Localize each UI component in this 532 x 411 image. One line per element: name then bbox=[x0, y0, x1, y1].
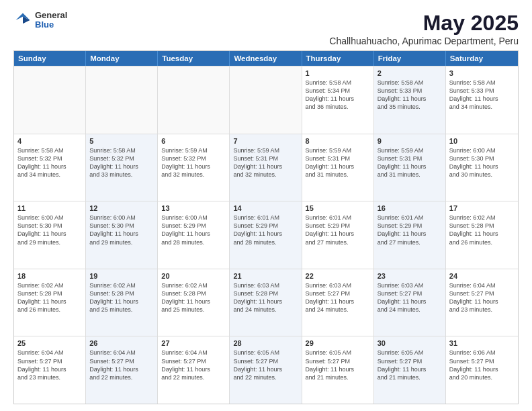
calendar-row-3: 18Sunrise: 6:02 AM Sunset: 5:28 PM Dayli… bbox=[14, 269, 518, 336]
day-number: 6 bbox=[161, 137, 226, 145]
calendar-row-0: 1Sunrise: 5:58 AM Sunset: 5:34 PM Daylig… bbox=[14, 66, 518, 134]
table-row: 10Sunrise: 6:00 AM Sunset: 5:30 PM Dayli… bbox=[446, 134, 518, 201]
header-day-friday: Friday bbox=[374, 51, 446, 66]
day-number: 25 bbox=[17, 339, 82, 347]
table-row: 7Sunrise: 5:59 AM Sunset: 5:31 PM Daylig… bbox=[230, 134, 302, 201]
table-row: 28Sunrise: 6:05 AM Sunset: 5:27 PM Dayli… bbox=[230, 336, 302, 404]
header-day-tuesday: Tuesday bbox=[158, 51, 230, 66]
table-row: 22Sunrise: 6:03 AM Sunset: 5:27 PM Dayli… bbox=[302, 269, 374, 336]
calendar: SundayMondayTuesdayWednesdayThursdayFrid… bbox=[13, 50, 519, 404]
table-row bbox=[14, 66, 86, 134]
calendar-row-4: 25Sunrise: 6:04 AM Sunset: 5:27 PM Dayli… bbox=[14, 336, 518, 404]
day-info: Sunrise: 6:00 AM Sunset: 5:29 PM Dayligh… bbox=[161, 214, 226, 246]
table-row: 31Sunrise: 6:06 AM Sunset: 5:27 PM Dayli… bbox=[446, 336, 518, 404]
day-number: 10 bbox=[449, 137, 515, 145]
day-number: 31 bbox=[449, 339, 515, 347]
table-row: 20Sunrise: 6:02 AM Sunset: 5:28 PM Dayli… bbox=[158, 269, 230, 336]
table-row: 30Sunrise: 6:05 AM Sunset: 5:27 PM Dayli… bbox=[374, 336, 446, 404]
day-number: 21 bbox=[233, 272, 298, 280]
day-number: 11 bbox=[17, 204, 82, 212]
page: General Blue May 2025 Challhuahuacho, Ap… bbox=[0, 0, 532, 411]
logo-blue-text: Blue bbox=[35, 20, 67, 30]
table-row: 15Sunrise: 6:01 AM Sunset: 5:29 PM Dayli… bbox=[302, 201, 374, 269]
day-number: 24 bbox=[449, 272, 515, 280]
header-day-sunday: Sunday bbox=[14, 51, 86, 66]
day-info: Sunrise: 5:58 AM Sunset: 5:33 PM Dayligh… bbox=[449, 79, 515, 111]
table-row: 12Sunrise: 6:00 AM Sunset: 5:30 PM Dayli… bbox=[86, 201, 158, 269]
day-info: Sunrise: 6:05 AM Sunset: 5:27 PM Dayligh… bbox=[233, 349, 298, 381]
table-row: 25Sunrise: 6:04 AM Sunset: 5:27 PM Dayli… bbox=[14, 336, 86, 404]
table-row: 8Sunrise: 5:59 AM Sunset: 5:31 PM Daylig… bbox=[302, 134, 374, 201]
day-info: Sunrise: 6:01 AM Sunset: 5:29 PM Dayligh… bbox=[306, 214, 370, 246]
table-row: 14Sunrise: 6:01 AM Sunset: 5:29 PM Dayli… bbox=[230, 201, 302, 269]
day-info: Sunrise: 5:59 AM Sunset: 5:31 PM Dayligh… bbox=[378, 146, 442, 179]
day-info: Sunrise: 6:00 AM Sunset: 5:30 PM Dayligh… bbox=[89, 214, 154, 246]
day-number: 3 bbox=[449, 69, 515, 77]
day-number: 29 bbox=[306, 339, 370, 347]
day-info: Sunrise: 5:59 AM Sunset: 5:31 PM Dayligh… bbox=[233, 146, 298, 179]
calendar-row-2: 11Sunrise: 6:00 AM Sunset: 5:30 PM Dayli… bbox=[14, 201, 518, 269]
day-info: Sunrise: 6:04 AM Sunset: 5:27 PM Dayligh… bbox=[161, 349, 226, 381]
day-number: 20 bbox=[161, 272, 226, 280]
table-row: 5Sunrise: 5:58 AM Sunset: 5:32 PM Daylig… bbox=[86, 134, 158, 201]
day-number: 19 bbox=[89, 272, 154, 280]
day-info: Sunrise: 5:58 AM Sunset: 5:34 PM Dayligh… bbox=[306, 79, 370, 111]
day-number: 16 bbox=[378, 204, 442, 212]
day-number: 12 bbox=[89, 204, 154, 212]
location-subtitle: Challhuahuacho, Apurimac Department, Per… bbox=[329, 36, 519, 46]
header-day-monday: Monday bbox=[86, 51, 158, 66]
table-row: 1Sunrise: 5:58 AM Sunset: 5:34 PM Daylig… bbox=[302, 66, 374, 134]
day-info: Sunrise: 6:02 AM Sunset: 5:28 PM Dayligh… bbox=[17, 281, 82, 314]
table-row: 6Sunrise: 5:59 AM Sunset: 5:32 PM Daylig… bbox=[158, 134, 230, 201]
logo-text: General Blue bbox=[35, 11, 67, 30]
table-row bbox=[230, 66, 302, 134]
day-number: 17 bbox=[449, 204, 515, 212]
day-info: Sunrise: 5:58 AM Sunset: 5:32 PM Dayligh… bbox=[89, 146, 154, 179]
day-number: 27 bbox=[161, 339, 226, 347]
day-info: Sunrise: 6:05 AM Sunset: 5:27 PM Dayligh… bbox=[306, 349, 370, 381]
logo-icon bbox=[13, 11, 32, 30]
day-number: 15 bbox=[306, 204, 370, 212]
table-row: 19Sunrise: 6:02 AM Sunset: 5:28 PM Dayli… bbox=[86, 269, 158, 336]
day-number: 18 bbox=[17, 272, 82, 280]
table-row: 16Sunrise: 6:01 AM Sunset: 5:29 PM Dayli… bbox=[374, 201, 446, 269]
table-row: 2Sunrise: 5:58 AM Sunset: 5:33 PM Daylig… bbox=[374, 66, 446, 134]
calendar-header-row: SundayMondayTuesdayWednesdayThursdayFrid… bbox=[14, 51, 518, 66]
day-info: Sunrise: 6:00 AM Sunset: 5:30 PM Dayligh… bbox=[17, 214, 82, 246]
day-number: 14 bbox=[233, 204, 298, 212]
table-row bbox=[158, 66, 230, 134]
day-info: Sunrise: 6:02 AM Sunset: 5:28 PM Dayligh… bbox=[161, 281, 226, 314]
day-number: 22 bbox=[306, 272, 370, 280]
day-number: 8 bbox=[306, 137, 370, 145]
day-number: 1 bbox=[306, 69, 370, 77]
day-number: 23 bbox=[378, 272, 442, 280]
day-number: 4 bbox=[17, 137, 82, 145]
table-row: 17Sunrise: 6:02 AM Sunset: 5:28 PM Dayli… bbox=[446, 201, 518, 269]
header-day-wednesday: Wednesday bbox=[230, 51, 302, 66]
day-number: 9 bbox=[378, 137, 442, 145]
day-info: Sunrise: 6:03 AM Sunset: 5:27 PM Dayligh… bbox=[378, 281, 442, 314]
table-row: 27Sunrise: 6:04 AM Sunset: 5:27 PM Dayli… bbox=[158, 336, 230, 404]
day-info: Sunrise: 5:59 AM Sunset: 5:31 PM Dayligh… bbox=[306, 146, 370, 179]
day-info: Sunrise: 6:06 AM Sunset: 5:27 PM Dayligh… bbox=[449, 349, 515, 381]
table-row bbox=[86, 66, 158, 134]
day-info: Sunrise: 6:04 AM Sunset: 5:27 PM Dayligh… bbox=[89, 349, 154, 381]
day-info: Sunrise: 6:04 AM Sunset: 5:27 PM Dayligh… bbox=[17, 349, 82, 381]
table-row: 9Sunrise: 5:59 AM Sunset: 5:31 PM Daylig… bbox=[374, 134, 446, 201]
table-row: 13Sunrise: 6:00 AM Sunset: 5:29 PM Dayli… bbox=[158, 201, 230, 269]
day-number: 26 bbox=[89, 339, 154, 347]
title-block: May 2025 Challhuahuacho, Apurimac Depart… bbox=[329, 11, 519, 46]
day-info: Sunrise: 6:01 AM Sunset: 5:29 PM Dayligh… bbox=[233, 214, 298, 246]
day-info: Sunrise: 6:03 AM Sunset: 5:27 PM Dayligh… bbox=[306, 281, 370, 314]
day-info: Sunrise: 6:01 AM Sunset: 5:29 PM Dayligh… bbox=[378, 214, 442, 246]
logo-general-text: General bbox=[35, 11, 67, 20]
day-info: Sunrise: 6:02 AM Sunset: 5:28 PM Dayligh… bbox=[89, 281, 154, 314]
day-info: Sunrise: 6:05 AM Sunset: 5:27 PM Dayligh… bbox=[378, 349, 442, 381]
table-row: 29Sunrise: 6:05 AM Sunset: 5:27 PM Dayli… bbox=[302, 336, 374, 404]
table-row: 23Sunrise: 6:03 AM Sunset: 5:27 PM Dayli… bbox=[374, 269, 446, 336]
day-number: 2 bbox=[378, 69, 442, 77]
header-day-saturday: Saturday bbox=[446, 51, 518, 66]
day-info: Sunrise: 5:58 AM Sunset: 5:32 PM Dayligh… bbox=[17, 146, 82, 179]
month-title: May 2025 bbox=[329, 11, 519, 36]
logo: General Blue bbox=[13, 11, 67, 30]
